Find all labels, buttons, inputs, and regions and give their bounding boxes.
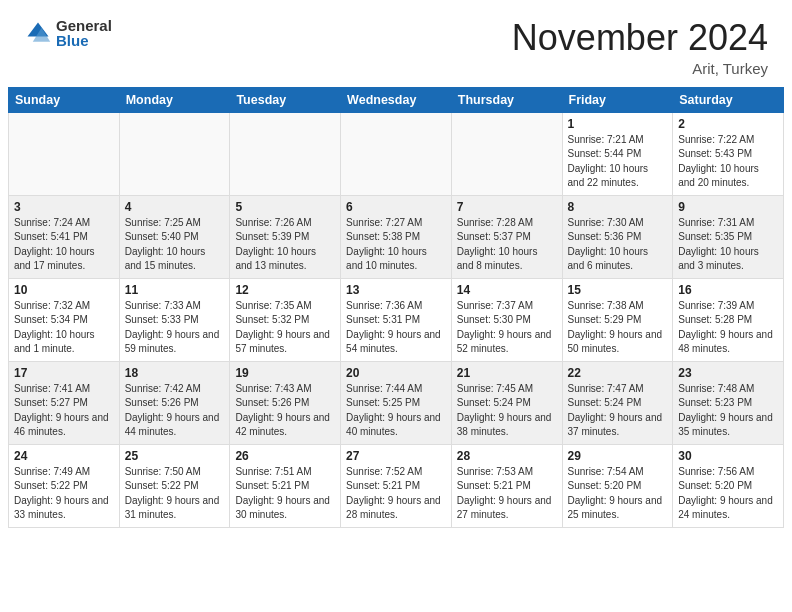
calendar-header: Sunday Monday Tuesday Wednesday Thursday…	[9, 87, 784, 112]
calendar-cell: 3Sunrise: 7:24 AM Sunset: 5:41 PM Daylig…	[9, 195, 120, 278]
day-info: Sunrise: 7:44 AM Sunset: 5:25 PM Dayligh…	[346, 382, 446, 440]
calendar-cell	[341, 112, 452, 195]
day-number: 7	[457, 200, 557, 214]
calendar-body: 1Sunrise: 7:21 AM Sunset: 5:44 PM Daylig…	[9, 112, 784, 527]
day-number: 23	[678, 366, 778, 380]
calendar-cell: 30Sunrise: 7:56 AM Sunset: 5:20 PM Dayli…	[673, 444, 784, 527]
calendar-cell	[9, 112, 120, 195]
logo-general: General	[56, 18, 112, 33]
calendar-cell: 10Sunrise: 7:32 AM Sunset: 5:34 PM Dayli…	[9, 278, 120, 361]
day-number: 13	[346, 283, 446, 297]
day-info: Sunrise: 7:54 AM Sunset: 5:20 PM Dayligh…	[568, 465, 668, 523]
calendar-cell: 19Sunrise: 7:43 AM Sunset: 5:26 PM Dayli…	[230, 361, 341, 444]
day-number: 26	[235, 449, 335, 463]
calendar-row: 3Sunrise: 7:24 AM Sunset: 5:41 PM Daylig…	[9, 195, 784, 278]
day-number: 5	[235, 200, 335, 214]
day-info: Sunrise: 7:52 AM Sunset: 5:21 PM Dayligh…	[346, 465, 446, 523]
calendar-cell: 12Sunrise: 7:35 AM Sunset: 5:32 PM Dayli…	[230, 278, 341, 361]
calendar-cell: 23Sunrise: 7:48 AM Sunset: 5:23 PM Dayli…	[673, 361, 784, 444]
calendar-cell: 22Sunrise: 7:47 AM Sunset: 5:24 PM Dayli…	[562, 361, 673, 444]
calendar-cell	[230, 112, 341, 195]
day-number: 24	[14, 449, 114, 463]
day-info: Sunrise: 7:53 AM Sunset: 5:21 PM Dayligh…	[457, 465, 557, 523]
calendar-cell: 4Sunrise: 7:25 AM Sunset: 5:40 PM Daylig…	[119, 195, 230, 278]
page-header: General Blue November 2024 Arit, Turkey	[0, 0, 792, 87]
day-info: Sunrise: 7:45 AM Sunset: 5:24 PM Dayligh…	[457, 382, 557, 440]
calendar-cell: 2Sunrise: 7:22 AM Sunset: 5:43 PM Daylig…	[673, 112, 784, 195]
day-number: 27	[346, 449, 446, 463]
day-info: Sunrise: 7:38 AM Sunset: 5:29 PM Dayligh…	[568, 299, 668, 357]
calendar-cell: 1Sunrise: 7:21 AM Sunset: 5:44 PM Daylig…	[562, 112, 673, 195]
day-number: 19	[235, 366, 335, 380]
day-number: 20	[346, 366, 446, 380]
day-info: Sunrise: 7:26 AM Sunset: 5:39 PM Dayligh…	[235, 216, 335, 274]
day-number: 14	[457, 283, 557, 297]
calendar-table: Sunday Monday Tuesday Wednesday Thursday…	[8, 87, 784, 528]
day-info: Sunrise: 7:51 AM Sunset: 5:21 PM Dayligh…	[235, 465, 335, 523]
calendar-cell: 28Sunrise: 7:53 AM Sunset: 5:21 PM Dayli…	[451, 444, 562, 527]
day-number: 17	[14, 366, 114, 380]
day-info: Sunrise: 7:56 AM Sunset: 5:20 PM Dayligh…	[678, 465, 778, 523]
day-info: Sunrise: 7:36 AM Sunset: 5:31 PM Dayligh…	[346, 299, 446, 357]
logo-blue: Blue	[56, 33, 112, 48]
day-number: 9	[678, 200, 778, 214]
day-number: 2	[678, 117, 778, 131]
day-info: Sunrise: 7:41 AM Sunset: 5:27 PM Dayligh…	[14, 382, 114, 440]
day-info: Sunrise: 7:35 AM Sunset: 5:32 PM Dayligh…	[235, 299, 335, 357]
calendar-cell	[119, 112, 230, 195]
calendar-cell: 29Sunrise: 7:54 AM Sunset: 5:20 PM Dayli…	[562, 444, 673, 527]
calendar-cell: 20Sunrise: 7:44 AM Sunset: 5:25 PM Dayli…	[341, 361, 452, 444]
col-wednesday: Wednesday	[341, 87, 452, 112]
day-info: Sunrise: 7:27 AM Sunset: 5:38 PM Dayligh…	[346, 216, 446, 274]
col-monday: Monday	[119, 87, 230, 112]
calendar-cell: 15Sunrise: 7:38 AM Sunset: 5:29 PM Dayli…	[562, 278, 673, 361]
day-info: Sunrise: 7:32 AM Sunset: 5:34 PM Dayligh…	[14, 299, 114, 357]
day-number: 30	[678, 449, 778, 463]
calendar-cell: 24Sunrise: 7:49 AM Sunset: 5:22 PM Dayli…	[9, 444, 120, 527]
day-info: Sunrise: 7:50 AM Sunset: 5:22 PM Dayligh…	[125, 465, 225, 523]
day-info: Sunrise: 7:48 AM Sunset: 5:23 PM Dayligh…	[678, 382, 778, 440]
calendar-cell	[451, 112, 562, 195]
day-info: Sunrise: 7:39 AM Sunset: 5:28 PM Dayligh…	[678, 299, 778, 357]
day-info: Sunrise: 7:21 AM Sunset: 5:44 PM Dayligh…	[568, 133, 668, 191]
col-friday: Friday	[562, 87, 673, 112]
calendar-cell: 16Sunrise: 7:39 AM Sunset: 5:28 PM Dayli…	[673, 278, 784, 361]
calendar-cell: 8Sunrise: 7:30 AM Sunset: 5:36 PM Daylig…	[562, 195, 673, 278]
calendar-row: 24Sunrise: 7:49 AM Sunset: 5:22 PM Dayli…	[9, 444, 784, 527]
logo: General Blue	[24, 18, 112, 48]
calendar-cell: 21Sunrise: 7:45 AM Sunset: 5:24 PM Dayli…	[451, 361, 562, 444]
day-number: 16	[678, 283, 778, 297]
calendar-row: 1Sunrise: 7:21 AM Sunset: 5:44 PM Daylig…	[9, 112, 784, 195]
day-info: Sunrise: 7:33 AM Sunset: 5:33 PM Dayligh…	[125, 299, 225, 357]
logo-text: General Blue	[56, 18, 112, 48]
header-row: Sunday Monday Tuesday Wednesday Thursday…	[9, 87, 784, 112]
day-number: 18	[125, 366, 225, 380]
day-info: Sunrise: 7:43 AM Sunset: 5:26 PM Dayligh…	[235, 382, 335, 440]
col-sunday: Sunday	[9, 87, 120, 112]
day-info: Sunrise: 7:28 AM Sunset: 5:37 PM Dayligh…	[457, 216, 557, 274]
calendar-row: 17Sunrise: 7:41 AM Sunset: 5:27 PM Dayli…	[9, 361, 784, 444]
calendar-row: 10Sunrise: 7:32 AM Sunset: 5:34 PM Dayli…	[9, 278, 784, 361]
day-info: Sunrise: 7:31 AM Sunset: 5:35 PM Dayligh…	[678, 216, 778, 274]
day-info: Sunrise: 7:42 AM Sunset: 5:26 PM Dayligh…	[125, 382, 225, 440]
col-tuesday: Tuesday	[230, 87, 341, 112]
day-number: 28	[457, 449, 557, 463]
day-number: 10	[14, 283, 114, 297]
day-number: 22	[568, 366, 668, 380]
calendar-cell: 5Sunrise: 7:26 AM Sunset: 5:39 PM Daylig…	[230, 195, 341, 278]
day-number: 6	[346, 200, 446, 214]
col-saturday: Saturday	[673, 87, 784, 112]
day-info: Sunrise: 7:22 AM Sunset: 5:43 PM Dayligh…	[678, 133, 778, 191]
logo-icon	[24, 19, 52, 47]
calendar-cell: 11Sunrise: 7:33 AM Sunset: 5:33 PM Dayli…	[119, 278, 230, 361]
calendar-cell: 13Sunrise: 7:36 AM Sunset: 5:31 PM Dayli…	[341, 278, 452, 361]
month-title: November 2024	[512, 18, 768, 58]
calendar-wrapper: Sunday Monday Tuesday Wednesday Thursday…	[0, 87, 792, 544]
day-info: Sunrise: 7:30 AM Sunset: 5:36 PM Dayligh…	[568, 216, 668, 274]
day-number: 3	[14, 200, 114, 214]
day-number: 29	[568, 449, 668, 463]
col-thursday: Thursday	[451, 87, 562, 112]
calendar-cell: 18Sunrise: 7:42 AM Sunset: 5:26 PM Dayli…	[119, 361, 230, 444]
day-info: Sunrise: 7:47 AM Sunset: 5:24 PM Dayligh…	[568, 382, 668, 440]
calendar-cell: 17Sunrise: 7:41 AM Sunset: 5:27 PM Dayli…	[9, 361, 120, 444]
